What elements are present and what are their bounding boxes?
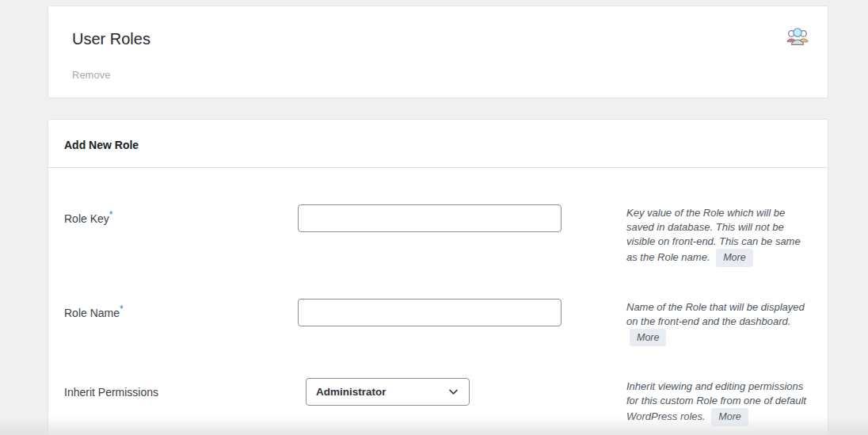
inherit-permissions-input-col: Administrator (298, 378, 562, 406)
role-key-label: Role Key (64, 212, 109, 225)
users-group-icon (785, 25, 810, 48)
role-name-input[interactable] (298, 299, 562, 326)
inherit-permissions-label: Inherit Permissions (64, 386, 158, 399)
inherit-permissions-description: Inherit viewing and editing permissions … (626, 378, 812, 426)
role-key-input-col (298, 204, 562, 232)
form-row-role-key: Role Key* Key value of the Role which wi… (64, 204, 812, 267)
form-row-role-name: Role Name* Name of the Role that will be… (64, 299, 812, 347)
role-name-description-text: Name of the Role that will be displayed … (626, 301, 805, 327)
role-key-label-col: Role Key* (64, 204, 298, 226)
user-roles-header-card: User Roles Remove (48, 6, 828, 98)
chevron-down-icon (447, 386, 459, 398)
inherit-permissions-more-button[interactable]: More (711, 408, 748, 426)
inherit-permissions-label-col: Inherit Permissions (64, 378, 298, 399)
required-marker: * (120, 303, 124, 314)
role-name-label-col: Role Name* (64, 299, 298, 320)
inherit-permissions-select[interactable]: Administrator (306, 378, 470, 406)
remove-link[interactable]: Remove (72, 69, 110, 81)
role-key-input[interactable] (298, 204, 562, 232)
form-card-header: Add New Role (48, 120, 828, 168)
required-marker: * (109, 209, 113, 220)
role-key-description-text: Key value of the Role which will be save… (626, 207, 801, 263)
role-name-more-button[interactable]: More (630, 329, 666, 347)
role-name-input-col (298, 299, 562, 326)
add-new-role-card: Add New Role Role Key* Key value of the … (48, 119, 828, 435)
role-key-more-button[interactable]: More (716, 249, 752, 267)
form-body: Role Key* Key value of the Role which wi… (48, 168, 828, 435)
form-row-inherit-permissions: Inherit Permissions Administrator Inheri… (64, 378, 812, 426)
role-name-label: Role Name (64, 307, 120, 319)
role-name-description: Name of the Role that will be displayed … (626, 299, 812, 347)
inherit-permissions-selected-value: Administrator (316, 386, 386, 398)
form-card-title: Add New Role (64, 139, 139, 151)
page-title: User Roles (72, 29, 804, 49)
role-key-description: Key value of the Role which will be save… (626, 204, 812, 267)
